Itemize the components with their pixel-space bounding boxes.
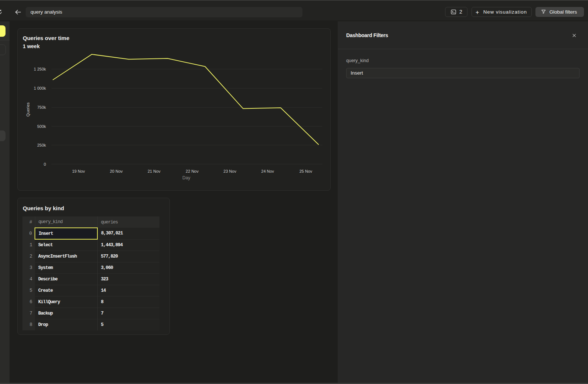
svg-text:21 Nov: 21 Nov xyxy=(148,169,161,173)
svg-text:Day: Day xyxy=(182,175,190,180)
svg-text:500k: 500k xyxy=(37,124,46,129)
svg-text:19 Nov: 19 Nov xyxy=(72,169,85,173)
svg-text:23 Nov: 23 Nov xyxy=(223,169,236,173)
svg-text:25 Nov: 25 Nov xyxy=(300,169,312,173)
svg-text:1 000k: 1 000k xyxy=(34,86,46,90)
svg-text:Queries: Queries xyxy=(26,102,30,116)
svg-text:1 250k: 1 250k xyxy=(34,67,46,71)
svg-text:24 Nov: 24 Nov xyxy=(261,169,274,173)
svg-text:20 Nov: 20 Nov xyxy=(110,169,123,173)
svg-text:0: 0 xyxy=(44,162,46,166)
svg-text:22 Nov: 22 Nov xyxy=(186,169,198,173)
svg-text:750k: 750k xyxy=(37,105,46,110)
svg-text:250k: 250k xyxy=(37,143,46,147)
